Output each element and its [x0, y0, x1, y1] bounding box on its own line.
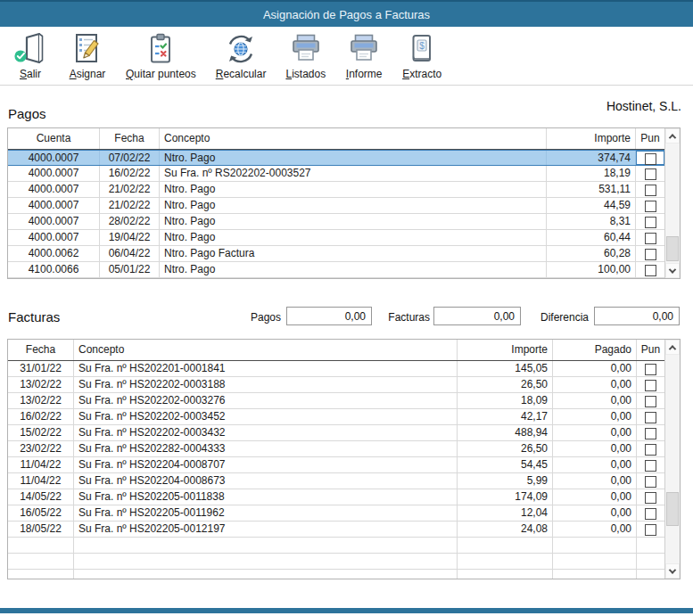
punteo-checkbox-cell[interactable]: [636, 262, 664, 277]
punteo-checkbox[interactable]: [645, 492, 656, 504]
pagos-row[interactable]: 4000.0007 21/02/22 Ntro. Pago 44,59: [8, 198, 664, 214]
facturas-row[interactable]: 11/04/22 Su Fra. nº HS202204-0008707 54,…: [8, 457, 664, 473]
pagos-scroll-up-button[interactable]: [665, 128, 680, 144]
salir-button[interactable]: Salir: [7, 30, 54, 81]
punteo-checkbox-cell[interactable]: [636, 214, 664, 229]
listados-button[interactable]: Listados: [281, 30, 330, 81]
printer-icon: [288, 31, 324, 67]
punteo-checkbox[interactable]: [645, 524, 656, 536]
facturas-row[interactable]: 18/05/22 Su Fra. nº HS202205-0012197 24,…: [8, 522, 664, 538]
pagos-row[interactable]: 4000.0007 21/02/22 Ntro. Pago 531,11: [8, 182, 664, 198]
chevron-down-icon: [669, 266, 676, 273]
punteo-checkbox-cell[interactable]: [636, 151, 664, 165]
punteo-checkbox-cell[interactable]: [637, 457, 664, 472]
punteo-checkbox-cell[interactable]: [636, 182, 664, 197]
pagos-header-concepto: Concepto: [160, 128, 547, 149]
punteo-checkbox-cell[interactable]: [637, 393, 664, 408]
payments-assignment-window: Asignación de Pagos a Facturas Salir: [0, 0, 693, 616]
punteo-checkbox[interactable]: [645, 249, 656, 260]
punteo-checkbox[interactable]: [645, 444, 656, 456]
punteo-checkbox-cell[interactable]: [637, 505, 664, 521]
svg-text:$: $: [419, 41, 425, 51]
totals-diferencia-input[interactable]: [594, 307, 680, 325]
facturas-row[interactable]: 15/02/22 Su Fra. nº HS202202-0003432 488…: [8, 425, 664, 441]
facturas-row[interactable]: 11/04/22 Su Fra. nº HS202204-0008673 5,9…: [8, 473, 664, 489]
asignar-button[interactable]: Asignar: [64, 30, 111, 81]
exit-door-icon: [12, 31, 48, 67]
recalcular-button[interactable]: Recalcular: [211, 30, 271, 81]
facturas-table-header: Fecha Concepto Importe Pagado Pun: [8, 340, 664, 361]
punteo-checkbox[interactable]: [645, 233, 656, 244]
facturas-scroll-track[interactable]: [665, 355, 680, 563]
punteo-checkbox[interactable]: [645, 508, 656, 520]
pagos-row[interactable]: 4000.0007 28/02/22 Ntro. Pago 8,31: [8, 214, 664, 230]
pagos-row[interactable]: 4000.0007 19/04/22 Ntro. Pago 60,44: [8, 230, 664, 246]
punteo-checkbox-cell[interactable]: [636, 166, 664, 181]
punteo-checkbox[interactable]: [645, 396, 656, 407]
facturas-row[interactable]: 31/01/22 Su Fra. nº HS202201-0001841 145…: [8, 361, 664, 377]
company-name: Hostinet, S.L.: [606, 99, 681, 113]
chevron-up-icon: [669, 345, 676, 352]
totals-facturas-input[interactable]: [433, 307, 521, 325]
punteo-checkbox[interactable]: [645, 153, 656, 165]
punteo-checkbox[interactable]: [645, 476, 656, 488]
punteo-checkbox[interactable]: [645, 412, 656, 423]
pagos-row[interactable]: 4000.0007 16/02/22 Su Fra. nº RS202202-0…: [8, 166, 664, 182]
toolbar: Salir Asignar: [0, 27, 693, 86]
punteo-checkbox-cell[interactable]: [636, 230, 664, 245]
punteo-checkbox[interactable]: [645, 428, 656, 439]
window-title: Asignación de Pagos a Facturas: [263, 8, 430, 21]
facturas-row[interactable]: 13/02/22 Su Fra. nº HS202202-0003188 26,…: [8, 377, 664, 393]
pagos-scrollbar[interactable]: [664, 128, 680, 278]
facturas-row[interactable]: 13/02/22 Su Fra. nº HS202202-0003276 18,…: [8, 393, 664, 409]
facturas-scrollbar[interactable]: [664, 340, 680, 579]
punteo-checkbox-cell[interactable]: [636, 198, 664, 213]
facturas-row[interactable]: 23/02/22 Su Fra. nº HS202282-0004333 26,…: [8, 441, 664, 457]
facturas-scroll-down-button[interactable]: [665, 563, 680, 579]
facturas-scroll-up-button[interactable]: [665, 340, 680, 355]
punteo-checkbox[interactable]: [645, 217, 656, 228]
punteo-checkbox-cell[interactable]: [637, 361, 664, 376]
facturas-header-pun: Pun: [637, 340, 664, 360]
punteo-checkbox-cell[interactable]: [637, 409, 664, 424]
facturas-empty-rows: [8, 538, 664, 579]
punteo-checkbox[interactable]: [645, 380, 656, 391]
pagos-scroll-down-button[interactable]: [665, 263, 680, 278]
pagos-header-importe: Importe: [547, 128, 636, 149]
asignar-label: Asignar: [70, 68, 106, 80]
punteo-checkbox[interactable]: [645, 364, 656, 375]
pagos-row[interactable]: 4000.0062 06/04/22 Ntro. Pago Factura 60…: [8, 246, 664, 262]
punteo-checkbox-cell[interactable]: [637, 425, 664, 440]
punteo-checkbox[interactable]: [645, 185, 656, 196]
pagos-scroll-track[interactable]: [665, 144, 680, 263]
facturas-row[interactable]: 16/02/22 Su Fra. nº HS202202-0003452 42,…: [8, 409, 664, 425]
extracto-button[interactable]: $ Extracto: [398, 30, 446, 81]
facturas-header-pagado: Pagado: [553, 340, 637, 360]
facturas-table-body: 31/01/22 Su Fra. nº HS202201-0001841 145…: [8, 361, 664, 538]
punteo-checkbox[interactable]: [645, 168, 656, 180]
facturas-row[interactable]: 16/05/22 Su Fra. nº HS202205-0011962 12,…: [8, 505, 664, 522]
facturas-section-title: Facturas: [8, 309, 60, 324]
pagos-header-cuenta: Cuenta: [8, 128, 100, 149]
facturas-row[interactable]: 14/05/22 Su Fra. nº HS202205-0011838 174…: [8, 489, 664, 505]
punteo-checkbox[interactable]: [645, 460, 656, 472]
punteo-checkbox[interactable]: [645, 201, 656, 212]
pagos-scroll-thumb[interactable]: [666, 236, 679, 261]
punteo-checkbox[interactable]: [645, 265, 656, 276]
punteo-checkbox-cell[interactable]: [637, 377, 664, 392]
pagos-row[interactable]: 4100.0066 05/01/22 Ntro. Pago 100,00: [8, 262, 664, 278]
quitar-punteos-button[interactable]: Quitar punteos: [121, 30, 201, 81]
pagos-table-body: 4000.0007 07/02/22 Ntro. Pago 374,74 400…: [8, 150, 664, 278]
chevron-up-icon: [669, 134, 676, 141]
facturas-scroll-thumb[interactable]: [666, 492, 679, 526]
totals-pagos-input[interactable]: [286, 307, 372, 325]
informe-label: Informe: [346, 68, 383, 80]
punteo-checkbox-cell[interactable]: [637, 473, 664, 489]
informe-button[interactable]: Informe: [341, 30, 387, 81]
punteo-checkbox-cell[interactable]: [637, 489, 664, 505]
facturas-header-concepto: Concepto: [74, 340, 458, 360]
pagos-row[interactable]: 4000.0007 07/02/22 Ntro. Pago 374,74: [8, 150, 664, 166]
punteo-checkbox-cell[interactable]: [637, 522, 664, 537]
punteo-checkbox-cell[interactable]: [637, 441, 664, 456]
punteo-checkbox-cell[interactable]: [636, 246, 664, 261]
